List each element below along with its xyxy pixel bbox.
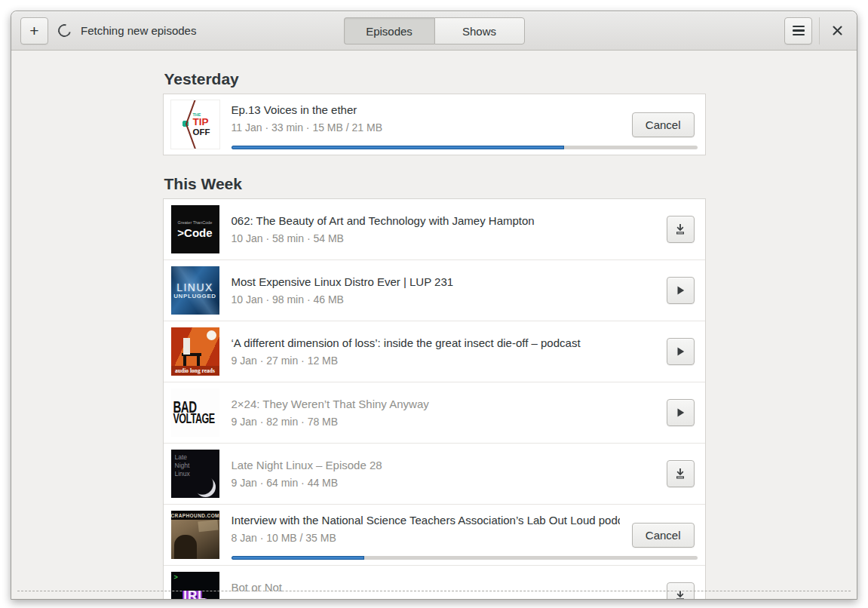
episode-action: Cancel xyxy=(632,112,695,137)
play-button[interactable] xyxy=(667,399,695,426)
episode-row: THETIPOFF Ep.13 Voices in the ether 11 J… xyxy=(164,94,705,155)
cancel-button[interactable]: Cancel xyxy=(632,523,695,548)
episode-art: BADVOLTAGE xyxy=(171,388,219,437)
download-icon xyxy=(674,223,686,235)
download-button[interactable] xyxy=(667,216,695,243)
episode-art: LateNightLinux xyxy=(171,450,219,498)
episode-row: CRAPHOUND.COM Interview with the Nationa… xyxy=(164,504,705,565)
episode-art: Greater ThanCode>Code xyxy=(171,205,219,253)
episode-text: Ep.13 Voices in the ether 11 Jan · 33 mi… xyxy=(232,103,620,146)
play-button[interactable] xyxy=(667,277,695,304)
episode-title: ‘A different dimension of loss’: inside … xyxy=(232,336,655,349)
headerbar: + Fetching new episodes Episodes Shows xyxy=(11,11,857,51)
episode-action xyxy=(667,338,695,365)
episode-row: >IRL Bot or Not xyxy=(164,565,705,599)
add-podcast-button[interactable]: + xyxy=(20,17,48,45)
episode-action xyxy=(667,399,695,426)
progress-fill xyxy=(232,556,365,560)
episode-title: Ep.13 Voices in the ether xyxy=(232,103,620,116)
episode-action xyxy=(667,216,695,243)
cancel-button[interactable]: Cancel xyxy=(632,112,695,137)
play-icon xyxy=(674,345,686,358)
section-title: Yesterday xyxy=(164,71,704,88)
episode-meta: 10 Jan · 98 min · 46 MB xyxy=(232,293,655,306)
headerbar-left: + Fetching new episodes xyxy=(20,17,196,45)
episode-sections: Yesterday THETIPOFF Ep.13 Voices in the … xyxy=(11,51,857,599)
episode-row: LateNightLinux Late Night Linux – Episod… xyxy=(164,443,705,504)
episode-text: Most Expensive Linux Distro Ever | LUP 2… xyxy=(232,275,655,306)
view-switcher: Episodes Shows xyxy=(344,17,525,45)
episode-meta: 9 Jan · 64 min · 44 MB xyxy=(232,477,655,489)
progress-bar xyxy=(232,146,698,149)
progress-fill xyxy=(232,146,564,149)
episode-title: Late Night Linux – Episode 28 xyxy=(232,459,655,471)
episode-title: 2×24: They Weren’t That Shiny Anyway xyxy=(232,398,655,410)
episode-art: audio long reads xyxy=(171,327,219,376)
section-title: This Week xyxy=(164,176,704,192)
episode-text: Late Night Linux – Episode 28 9 Jan · 64… xyxy=(232,459,655,489)
close-icon xyxy=(833,26,842,35)
episode-meta: 9 Jan · 82 min · 78 MB xyxy=(232,416,655,428)
app-window: + Fetching new episodes Episodes Shows Y… xyxy=(11,11,857,600)
episode-text: 062: The Beauty of Art and Technology wi… xyxy=(232,214,655,244)
episode-list: Greater ThanCode>Code 062: The Beauty of… xyxy=(163,198,706,599)
episode-action xyxy=(667,277,695,304)
close-button[interactable] xyxy=(827,20,848,42)
episode-row: Greater ThanCode>Code 062: The Beauty of… xyxy=(164,199,705,259)
download-icon xyxy=(674,468,686,480)
headerbar-right xyxy=(784,17,848,45)
progress-bar xyxy=(232,556,698,560)
scroll-undershoot-indicator xyxy=(17,591,851,591)
episode-text: ‘A different dimension of loss’: inside … xyxy=(232,336,655,367)
episode-title: Most Expensive Linux Distro Ever | LUP 2… xyxy=(232,275,655,288)
episode-art: LINUXUNPLUGGED xyxy=(171,266,219,315)
episode-section: This Week Greater ThanCode>Code 062: The… xyxy=(163,155,706,599)
play-button[interactable] xyxy=(667,338,695,365)
episode-meta: 8 Jan · 10 MB / 35 MB xyxy=(232,532,620,544)
tab-episodes[interactable]: Episodes xyxy=(344,17,434,45)
episode-action xyxy=(667,460,695,487)
headerbar-separator xyxy=(819,17,820,45)
episode-list: THETIPOFF Ep.13 Voices in the ether 11 J… xyxy=(163,94,706,155)
episode-title: Bot or Not xyxy=(232,581,655,594)
episode-art: >IRL xyxy=(171,572,219,599)
episode-text: Interview with the National Science Teac… xyxy=(232,514,620,556)
episode-section: Yesterday THETIPOFF Ep.13 Voices in the … xyxy=(163,51,706,155)
episode-action: Cancel xyxy=(632,523,695,548)
episode-meta: 11 Jan · 33 min · 15 MB / 21 MB xyxy=(232,121,620,134)
play-icon xyxy=(674,407,686,419)
episode-title: 062: The Beauty of Art and Technology wi… xyxy=(232,214,655,227)
status-text: Fetching new episodes xyxy=(81,24,196,37)
episode-meta: 10 Jan · 58 min · 54 MB xyxy=(232,232,655,244)
play-icon xyxy=(674,284,686,296)
download-button[interactable] xyxy=(667,460,695,487)
episode-row: BADVOLTAGE 2×24: They Weren’t That Shiny… xyxy=(164,382,705,443)
episode-art: CRAPHOUND.COM xyxy=(171,511,219,559)
tab-shows[interactable]: Shows xyxy=(434,17,525,45)
episode-meta: 9 Jan · 27 min · 12 MB xyxy=(232,355,655,367)
hamburger-icon xyxy=(793,26,805,35)
episode-art: THETIPOFF xyxy=(171,100,219,149)
spinner-icon xyxy=(56,22,73,39)
episode-text: 2×24: They Weren’t That Shiny Anyway 9 J… xyxy=(232,398,655,428)
episode-row: audio long reads ‘A different dimension … xyxy=(164,321,705,382)
episode-title: Interview with the National Science Teac… xyxy=(232,514,620,527)
episode-row: LINUXUNPLUGGED Most Expensive Linux Dist… xyxy=(164,259,705,321)
menu-button[interactable] xyxy=(784,17,812,45)
